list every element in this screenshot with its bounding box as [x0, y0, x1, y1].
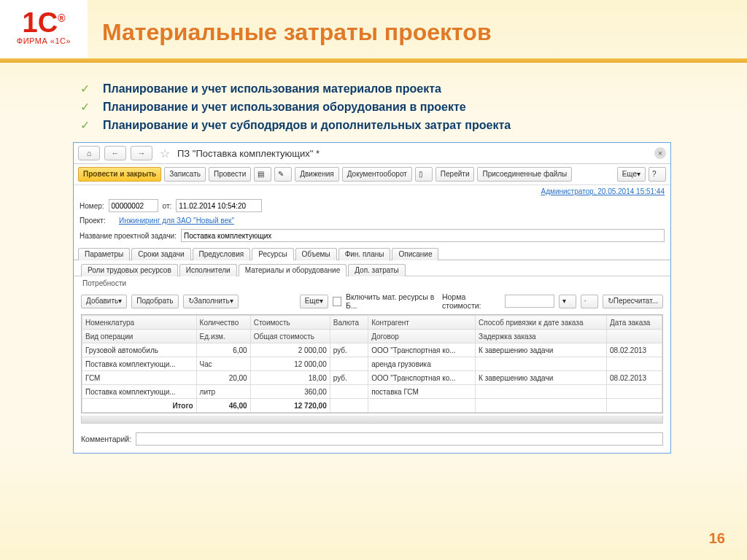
post-button[interactable]: Провести [209, 167, 251, 182]
tab-timing[interactable]: Сроки задачи [131, 248, 190, 260]
sub-tabs: Роли трудовых ресурсов Исполнители Матер… [74, 260, 670, 276]
goto-button[interactable]: Перейти [436, 167, 475, 182]
include-checkbox[interactable] [333, 297, 341, 306]
main-toolbar: Провести и закрыть Записать Провести ▤ ✎… [74, 164, 670, 185]
tab-description[interactable]: Описание [392, 248, 438, 260]
task-input[interactable] [181, 229, 665, 242]
project-label: Проект: [80, 217, 115, 225]
grid-more-button[interactable]: Еще ▾ [300, 295, 328, 308]
table-row[interactable]: ГСМ20,0018,00руб.ООО "Транспортная ко...… [82, 371, 662, 385]
window-title-bar: ⌂ ← → ☆ ПЗ "Поставка комплектующих" * × [74, 143, 670, 164]
print-icon[interactable]: ▤ [254, 167, 271, 182]
pick-button[interactable]: Подобрать [131, 295, 178, 308]
date-label: от: [163, 202, 172, 210]
subtab-extra[interactable]: Доп. затраты [348, 264, 406, 276]
help-button[interactable]: ? [649, 167, 666, 182]
write-button[interactable]: Записать [164, 167, 206, 182]
horizontal-scrollbar[interactable] [81, 416, 663, 424]
bullet-item: Планирование и учет субподрядов и дополн… [80, 118, 722, 132]
col-nomenclature[interactable]: Номенклатура [82, 316, 197, 330]
table-row[interactable]: Поставка комплектующи...Час12 000,00арен… [82, 357, 662, 371]
app-window: ⌂ ← → ☆ ПЗ "Поставка комплектующих" * × … [73, 142, 671, 454]
recalc-button[interactable]: ↻ Пересчитат... [603, 295, 663, 308]
subtab-roles[interactable]: Роли трудовых ресурсов [81, 264, 178, 276]
window-title: ПЗ "Поставка комплектующих" * [177, 148, 320, 159]
docflow-button[interactable]: Документооборот [342, 167, 412, 182]
logo-mark: 1C® [0, 4, 88, 36]
report-icon[interactable]: ✎ [274, 167, 292, 182]
user-stamp-link[interactable]: Администратор, 20.05.2014 15:51:44 [541, 187, 665, 195]
subtab-materials[interactable]: Материалы и оборудование [239, 264, 347, 276]
col-delay[interactable]: Задержка заказа [476, 330, 607, 343]
tab-resources[interactable]: Ресурсы [252, 248, 293, 260]
tab-preconditions[interactable]: Предусловия [193, 248, 251, 260]
home-button[interactable]: ⌂ [78, 146, 100, 160]
include-label: Включить мат. ресурсы в Б... [346, 292, 438, 310]
fill-button[interactable]: ↻ Заполнить ▾ [183, 295, 239, 308]
title-divider [0, 58, 747, 63]
add-button[interactable]: Добавить ▾ [81, 295, 127, 308]
table-row[interactable]: Грузовой автомобиль6,002 000,00руб.ООО "… [82, 343, 662, 357]
col-quantity[interactable]: Количество [196, 316, 250, 330]
movements-button[interactable]: Движения [295, 167, 338, 182]
bullet-list: Планирование и учет использования матери… [22, 82, 722, 132]
rate-input[interactable] [505, 295, 554, 308]
doc-icon[interactable]: ▯ [415, 167, 433, 182]
section-label: Потребности [74, 276, 670, 290]
total-row: Итого46,0012 720,00 [82, 399, 662, 413]
date-input[interactable] [176, 199, 262, 212]
materials-grid[interactable]: Номенклатура Количество Стоимость Валюта… [81, 314, 663, 413]
bullet-item: Планирование и учет использования оборуд… [80, 100, 722, 114]
tab-volumes[interactable]: Объемы [295, 248, 337, 260]
col-contractor[interactable]: Контрагент [368, 316, 476, 330]
tab-finplans[interactable]: Фин. планы [338, 248, 391, 260]
tab-parameters[interactable]: Параметры [78, 248, 130, 260]
bullet-item: Планирование и учет использования матери… [80, 82, 722, 96]
task-label: Название проектной задачи: [80, 232, 177, 240]
col-binding[interactable]: Способ привязки к дате заказа [476, 316, 607, 330]
rate-picker-icon[interactable]: ▾ [559, 295, 576, 308]
col-cost[interactable]: Стоимость [250, 316, 330, 330]
col-unit[interactable]: Ед.изм. [196, 330, 250, 343]
table-row[interactable]: Поставка комплектующи...литр360,00постав… [82, 385, 662, 399]
rate-label: Норма стоимости: [442, 292, 500, 310]
col-operation[interactable]: Вид операции [82, 330, 197, 343]
close-button[interactable]: × [654, 147, 666, 159]
number-label: Номер: [80, 202, 104, 210]
page-number: 16 [709, 530, 725, 547]
files-button[interactable]: Присоединенные файлы [477, 167, 572, 182]
more-button[interactable]: Еще ▾ [617, 167, 646, 182]
rate-clear-icon[interactable]: · [581, 295, 598, 308]
comment-label: Комментарий: [81, 435, 131, 443]
col-contract[interactable]: Договор [368, 330, 476, 343]
comment-input[interactable] [136, 432, 663, 446]
back-button[interactable]: ← [104, 146, 126, 160]
subtab-performers[interactable]: Исполнители [179, 264, 237, 276]
favorite-icon[interactable]: ☆ [160, 147, 170, 160]
col-orderdate[interactable]: Дата заказа [607, 316, 662, 330]
logo: 1C® ФИРМА «1С» [0, 0, 88, 58]
main-tabs: Параметры Сроки задачи Предусловия Ресур… [74, 247, 670, 260]
post-and-close-button[interactable]: Провести и закрыть [78, 167, 161, 182]
col-totalcost[interactable]: Общая стоимость [250, 330, 330, 343]
forward-button[interactable]: → [131, 146, 152, 160]
logo-subtitle: ФИРМА «1С» [0, 36, 88, 45]
project-link[interactable]: Инжиниринг для ЗАО "Новый век" [119, 217, 234, 225]
number-input[interactable] [109, 199, 158, 212]
col-currency[interactable]: Валюта [330, 316, 368, 330]
grid-toolbar: Добавить ▾ Подобрать ↻ Заполнить ▾ Еще ▾… [74, 290, 670, 312]
slide-title: Материальные затраты проектов [102, 19, 492, 46]
